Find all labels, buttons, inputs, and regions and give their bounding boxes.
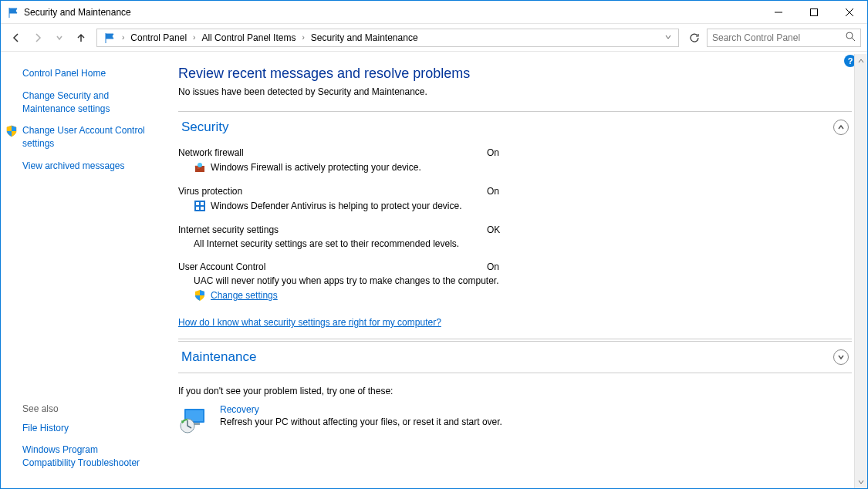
shield-icon <box>194 289 206 302</box>
item-detail: UAC will never notify you when apps try … <box>194 275 499 286</box>
content: Review recent messages and resolve probl… <box>163 52 867 488</box>
scrollbar[interactable] <box>854 54 867 488</box>
security-section-header[interactable]: Security <box>178 112 852 143</box>
item-detail: Windows Defender Antivirus is helping to… <box>211 201 462 211</box>
item-label: Network firewall <box>178 147 487 158</box>
back-button[interactable] <box>7 29 25 47</box>
control-panel-home-link[interactable]: Control Panel Home <box>22 67 154 80</box>
svg-line-5 <box>852 38 855 41</box>
defender-icon <box>194 200 206 212</box>
shield-icon <box>5 125 18 137</box>
internet-settings-item: Internet security settings OK All Intern… <box>178 220 852 257</box>
maintenance-section-header[interactable]: Maintenance <box>178 342 852 373</box>
see-also-label: See also <box>22 403 154 414</box>
footer-text: If you don't see your problem listed, tr… <box>178 386 852 396</box>
item-detail: Windows Firewall is actively protecting … <box>211 162 421 173</box>
flag-icon <box>7 6 19 19</box>
item-label: Internet security settings <box>178 224 487 235</box>
search-icon <box>846 32 856 44</box>
item-label: User Account Control <box>178 261 487 272</box>
expand-icon[interactable] <box>833 349 849 365</box>
recovery-desc: Refresh your PC without affecting your f… <box>220 416 502 427</box>
sidebar: Control Panel Home Change Security and M… <box>1 52 163 488</box>
body: ? Control Panel Home Change Security and… <box>1 52 867 488</box>
scroll-down-button[interactable] <box>855 475 867 488</box>
window-controls <box>761 1 867 23</box>
refresh-button[interactable] <box>685 29 704 47</box>
page-subheading: No issues have been detected by Security… <box>178 86 852 97</box>
firewall-item: Network firewall On Windows Firewall is … <box>178 143 852 181</box>
chevron-right-icon: › <box>190 33 198 42</box>
item-status: On <box>487 261 499 272</box>
recovery-icon <box>178 404 209 435</box>
item-status: On <box>487 147 499 158</box>
minimize-button[interactable] <box>761 1 796 23</box>
sidebar-link-label: Change User Account Control settings <box>22 125 145 149</box>
breadcrumb-item[interactable]: All Control Panel Items <box>198 31 299 45</box>
breadcrumb[interactable]: › Control Panel › All Control Panel Item… <box>96 29 679 47</box>
chevron-right-icon: › <box>299 33 307 42</box>
item-status: OK <box>487 224 500 235</box>
seealso-link[interactable]: Windows Program Compatibility Troublesho… <box>22 443 154 470</box>
scroll-up-button[interactable] <box>855 54 867 67</box>
svg-rect-1 <box>811 8 818 15</box>
breadcrumb-item[interactable]: Control Panel <box>127 31 190 45</box>
recent-dropdown[interactable] <box>50 29 69 47</box>
collapse-icon[interactable] <box>833 120 849 135</box>
svg-rect-9 <box>197 167 200 169</box>
item-label: Virus protection <box>178 186 487 197</box>
breadcrumb-item[interactable]: Security and Maintenance <box>308 31 421 45</box>
virus-item: Virus protection On Windows Defender Ant… <box>178 181 852 220</box>
search-box[interactable] <box>707 29 861 47</box>
address-dropdown[interactable] <box>661 32 675 43</box>
close-button[interactable] <box>832 1 867 23</box>
maximize-button[interactable] <box>796 1 832 23</box>
page-heading: Review recent messages and resolve probl… <box>178 66 852 82</box>
flag-icon <box>103 32 116 44</box>
security-section: Security Network firewall On Windows Fir… <box>178 111 852 339</box>
uac-item: User Account Control On UAC will never n… <box>178 257 852 309</box>
sidebar-link-uac[interactable]: Change User Account Control settings <box>22 124 154 150</box>
window-title: Security and Maintenance <box>24 7 761 18</box>
svg-point-10 <box>198 163 202 167</box>
firewall-icon <box>194 161 206 174</box>
titlebar: Security and Maintenance <box>1 1 867 24</box>
forward-button[interactable] <box>29 29 47 47</box>
security-section-title: Security <box>181 120 833 135</box>
security-help-link[interactable]: How do I know what security settings are… <box>178 317 441 328</box>
chevron-right-icon: › <box>119 33 127 42</box>
maintenance-section: Maintenance <box>178 341 852 373</box>
up-button[interactable] <box>72 29 90 47</box>
seealso-link[interactable]: File History <box>22 422 154 435</box>
maintenance-section-title: Maintenance <box>181 349 833 365</box>
sidebar-link[interactable]: Change Security and Maintenance settings <box>22 89 154 116</box>
search-input[interactable] <box>712 32 846 43</box>
change-settings-link[interactable]: Change settings <box>211 290 278 301</box>
item-status: On <box>487 186 499 197</box>
recovery-link[interactable]: Recovery <box>220 404 502 415</box>
item-detail: All Internet security settings are set t… <box>194 238 459 249</box>
recovery-block: Recovery Refresh your PC without affecti… <box>178 404 852 435</box>
svg-point-4 <box>846 32 853 39</box>
sidebar-link[interactable]: View archived messages <box>22 160 154 173</box>
toolbar: › Control Panel › All Control Panel Item… <box>1 24 867 52</box>
